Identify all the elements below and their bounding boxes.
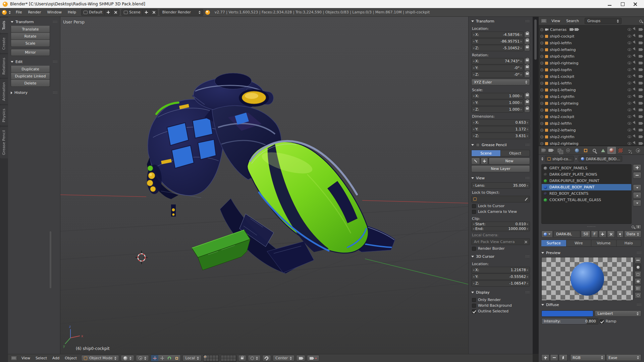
- material-slot[interactable]: RED_BODY_ACCENTS: [542, 190, 631, 197]
- mode-select[interactable]: Object Mode: [81, 355, 119, 361]
- menu-item[interactable]: Render: [25, 9, 44, 15]
- layer-cell[interactable]: [213, 358, 215, 361]
- expand-icon[interactable]: [540, 75, 543, 78]
- lock-to-scene-button[interactable]: [238, 355, 246, 361]
- opengl-render-button[interactable]: [296, 355, 305, 361]
- browse-material-button[interactable]: [541, 231, 553, 238]
- outliner-item[interactable]: ship1-cockpit: [539, 73, 644, 80]
- material-link-select[interactable]: Data: [624, 231, 641, 238]
- panel-grip-icon[interactable]: [53, 60, 57, 63]
- selectable-icon[interactable]: [633, 114, 637, 119]
- layer-cell[interactable]: [227, 358, 230, 361]
- grease-scope-tab[interactable]: Scene: [471, 150, 501, 157]
- properties-tab[interactable]: [564, 147, 572, 154]
- remove-slot-button[interactable]: [633, 172, 641, 179]
- material-slot[interactable]: DARK-PURPLE_BODY_PAINT: [542, 178, 631, 184]
- selectable-icon[interactable]: [633, 101, 637, 106]
- preview-panel-header[interactable]: Preview: [539, 249, 644, 257]
- outliner-item[interactable]: ship0-cockpit: [539, 33, 644, 40]
- translate-manipulator-button[interactable]: [158, 355, 166, 361]
- visibility-eye-icon[interactable]: [628, 48, 631, 51]
- properties-tab[interactable]: [581, 147, 590, 154]
- add-layout-button[interactable]: [104, 9, 112, 15]
- layer-cell[interactable]: [210, 355, 212, 358]
- preview-cube-button[interactable]: [635, 271, 641, 278]
- breadcrumb-object[interactable]: ship0-co...: [545, 156, 574, 162]
- expand-icon[interactable]: [540, 68, 543, 71]
- expand-icon[interactable]: [540, 122, 543, 125]
- outliner-item[interactable]: ship1-topfin: [539, 107, 644, 113]
- delete-scene-button[interactable]: [150, 9, 157, 15]
- lens-field[interactable]: Lens: 35.000: [471, 182, 530, 189]
- outliner-item[interactable]: ship1-rightfin: [539, 93, 644, 100]
- properties-tab[interactable]: [555, 147, 564, 154]
- renderable-icon[interactable]: [639, 75, 642, 78]
- selectable-icon[interactable]: [633, 141, 637, 146]
- layer-cell[interactable]: [230, 355, 233, 358]
- lock-toggle[interactable]: [524, 32, 530, 38]
- visibility-eye-icon[interactable]: [628, 62, 631, 64]
- clip-start-field[interactable]: Start: 0.010: [471, 222, 530, 227]
- visibility-eye-icon[interactable]: [628, 95, 631, 98]
- history-panel-header[interactable]: History: [8, 89, 60, 97]
- transform-panel-header[interactable]: Transform: [469, 17, 533, 25]
- ramp-color-mode-select[interactable]: RGB: [570, 354, 605, 361]
- visibility-eye-icon[interactable]: [628, 68, 631, 71]
- outliner-item[interactable]: ship2-leftwing: [539, 127, 644, 133]
- visibility-eye-icon[interactable]: [628, 35, 631, 38]
- visibility-eye-icon[interactable]: [628, 88, 631, 91]
- layer-cell[interactable]: [216, 355, 218, 358]
- editor-type-3dview-icon[interactable]: [11, 356, 17, 361]
- pin-button[interactable]: [617, 231, 624, 238]
- menu-item[interactable]: Window: [44, 9, 65, 15]
- selectable-icon[interactable]: [633, 67, 637, 72]
- outliner-item[interactable]: ship1-leftfin: [539, 80, 644, 86]
- outliner-item[interactable]: ship0-leftfin: [539, 40, 644, 46]
- lock-object-field[interactable]: [471, 196, 530, 202]
- material-type-tab[interactable]: Volume: [591, 240, 616, 247]
- expand-icon[interactable]: [540, 82, 543, 85]
- ramp-checkbox[interactable]: [600, 319, 604, 323]
- viewport-menu-item[interactable]: View: [19, 355, 33, 361]
- clip-end-field[interactable]: End: 1000.000: [471, 227, 530, 231]
- renderable-icon[interactable]: [639, 142, 642, 145]
- material-slot[interactable]: COCKPIT_TEAL-BLUE_GLASS: [542, 197, 631, 203]
- visibility-eye-icon[interactable]: [628, 102, 631, 105]
- transform-tool-button[interactable]: Scale: [11, 40, 50, 47]
- scale-field[interactable]: X: 1.000: [471, 93, 524, 99]
- filter-icon[interactable]: [632, 226, 634, 228]
- close-button-icon[interactable]: [633, 2, 637, 6]
- fake-user-button[interactable]: F: [591, 231, 598, 238]
- lock-toggle[interactable]: [524, 58, 530, 64]
- properties-tab[interactable]: [590, 147, 598, 154]
- display-panel-header[interactable]: Display: [469, 289, 533, 296]
- lock-camera-checkbox[interactable]: [472, 210, 476, 214]
- preview-monkey-button[interactable]: [635, 278, 641, 285]
- decrement-icon[interactable]: [473, 41, 474, 43]
- editor-divider[interactable]: [533, 17, 539, 354]
- display-option-row[interactable]: Only Render: [472, 298, 529, 302]
- rotation-field[interactable]: Z: -0°: [471, 71, 524, 78]
- edit-panel-header[interactable]: Edit: [8, 58, 60, 66]
- edit-tool-button[interactable]: Duplicate: [11, 66, 50, 73]
- expand-icon[interactable]: [540, 115, 543, 118]
- outliner-item[interactable]: ship0-rightfin: [539, 53, 644, 60]
- expand-icon[interactable]: [540, 95, 543, 98]
- properties-tab[interactable]: [599, 147, 607, 154]
- new-layer-button[interactable]: New Layer: [471, 165, 530, 172]
- properties-tab[interactable]: [625, 147, 633, 154]
- selectable-icon[interactable]: [633, 107, 637, 112]
- render-border-checkbox[interactable]: [472, 247, 476, 251]
- mirror-button[interactable]: Mirror: [11, 49, 50, 56]
- move-slot-down-button[interactable]: [633, 200, 641, 206]
- renderable-icon[interactable]: [639, 62, 642, 64]
- visibility-eye-icon[interactable]: [628, 42, 631, 44]
- cursor-location-field[interactable]: Y: -0.55562: [471, 274, 530, 280]
- layer-cell[interactable]: [204, 358, 206, 361]
- toolshelf-tab[interactable]: Grease Pencil: [0, 127, 8, 158]
- delete-layout-button[interactable]: [112, 9, 119, 15]
- location-field[interactable]: Z: -5.10452: [471, 45, 524, 51]
- renderable-icon[interactable]: [639, 82, 642, 84]
- ramp-interpolation-select[interactable]: Ease: [606, 354, 641, 361]
- expand-icon[interactable]: [540, 129, 543, 132]
